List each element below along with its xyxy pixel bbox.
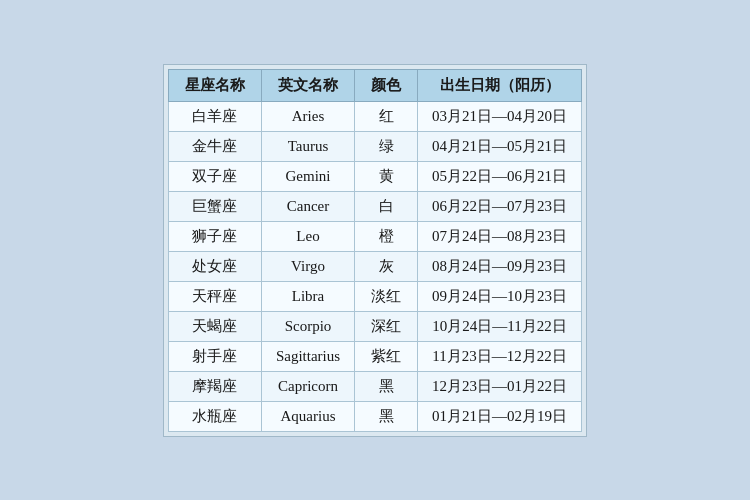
cell-3: 06月22日—07月23日 (418, 191, 582, 221)
table-row: 巨蟹座Cancer白06月22日—07月23日 (168, 191, 581, 221)
header-chinese-name: 星座名称 (168, 69, 261, 101)
cell-0: 狮子座 (168, 221, 261, 251)
cell-2: 深红 (355, 311, 418, 341)
table-body: 白羊座Aries红03月21日—04月20日金牛座Taurus绿04月21日—0… (168, 101, 581, 431)
cell-2: 淡红 (355, 281, 418, 311)
cell-1: Cancer (261, 191, 354, 221)
zodiac-table: 星座名称 英文名称 颜色 出生日期（阳历） 白羊座Aries红03月21日—04… (168, 69, 582, 432)
cell-0: 水瓶座 (168, 401, 261, 431)
cell-0: 白羊座 (168, 101, 261, 131)
cell-1: Capricorn (261, 371, 354, 401)
table-row: 狮子座Leo橙07月24日—08月23日 (168, 221, 581, 251)
cell-1: Virgo (261, 251, 354, 281)
cell-3: 05月22日—06月21日 (418, 161, 582, 191)
cell-0: 天蝎座 (168, 311, 261, 341)
cell-0: 天秤座 (168, 281, 261, 311)
cell-3: 09月24日—10月23日 (418, 281, 582, 311)
cell-3: 12月23日—01月22日 (418, 371, 582, 401)
cell-0: 摩羯座 (168, 371, 261, 401)
cell-2: 黄 (355, 161, 418, 191)
table-row: 白羊座Aries红03月21日—04月20日 (168, 101, 581, 131)
table-row: 摩羯座Capricorn黑12月23日—01月22日 (168, 371, 581, 401)
cell-1: Aquarius (261, 401, 354, 431)
table-row: 天秤座Libra淡红09月24日—10月23日 (168, 281, 581, 311)
cell-2: 黑 (355, 401, 418, 431)
cell-0: 处女座 (168, 251, 261, 281)
cell-3: 07月24日—08月23日 (418, 221, 582, 251)
cell-2: 黑 (355, 371, 418, 401)
table-row: 天蝎座Scorpio深红10月24日—11月22日 (168, 311, 581, 341)
table-row: 双子座Gemini黄05月22日—06月21日 (168, 161, 581, 191)
zodiac-table-container: 星座名称 英文名称 颜色 出生日期（阳历） 白羊座Aries红03月21日—04… (163, 64, 587, 437)
cell-3: 10月24日—11月22日 (418, 311, 582, 341)
cell-1: Sagittarius (261, 341, 354, 371)
table-row: 水瓶座Aquarius黑01月21日—02月19日 (168, 401, 581, 431)
cell-1: Libra (261, 281, 354, 311)
cell-2: 灰 (355, 251, 418, 281)
cell-1: Scorpio (261, 311, 354, 341)
table-row: 射手座Sagittarius紫红11月23日—12月22日 (168, 341, 581, 371)
cell-2: 紫红 (355, 341, 418, 371)
cell-2: 白 (355, 191, 418, 221)
cell-0: 金牛座 (168, 131, 261, 161)
cell-0: 双子座 (168, 161, 261, 191)
cell-2: 橙 (355, 221, 418, 251)
cell-0: 巨蟹座 (168, 191, 261, 221)
header-english-name: 英文名称 (261, 69, 354, 101)
cell-1: Gemini (261, 161, 354, 191)
cell-3: 04月21日—05月21日 (418, 131, 582, 161)
cell-3: 11月23日—12月22日 (418, 341, 582, 371)
cell-3: 03月21日—04月20日 (418, 101, 582, 131)
header-color: 颜色 (355, 69, 418, 101)
cell-1: Aries (261, 101, 354, 131)
cell-2: 红 (355, 101, 418, 131)
cell-0: 射手座 (168, 341, 261, 371)
table-header-row: 星座名称 英文名称 颜色 出生日期（阳历） (168, 69, 581, 101)
cell-1: Taurus (261, 131, 354, 161)
header-dates: 出生日期（阳历） (418, 69, 582, 101)
table-row: 金牛座Taurus绿04月21日—05月21日 (168, 131, 581, 161)
table-row: 处女座Virgo灰08月24日—09月23日 (168, 251, 581, 281)
cell-3: 08月24日—09月23日 (418, 251, 582, 281)
cell-3: 01月21日—02月19日 (418, 401, 582, 431)
cell-2: 绿 (355, 131, 418, 161)
cell-1: Leo (261, 221, 354, 251)
